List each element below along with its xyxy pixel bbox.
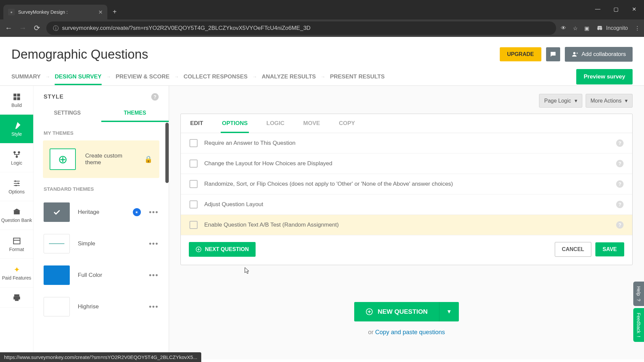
print-icon	[12, 293, 21, 302]
cancel-button[interactable]: CANCEL	[555, 242, 591, 257]
browser-menu-icon[interactable]: ⋮	[635, 25, 640, 32]
theme-full-color[interactable]: Full Color •••	[34, 259, 169, 291]
save-button[interactable]: SAVE	[595, 242, 624, 256]
rail-paid-features[interactable]: ✦ Paid Features	[0, 259, 33, 288]
tab-close-icon[interactable]: ✕	[98, 9, 103, 15]
more-icon[interactable]: •••	[149, 302, 159, 311]
bookmark-icon[interactable]: ☆	[573, 25, 578, 32]
panel-icon[interactable]: ▣	[584, 25, 589, 32]
more-icon[interactable]: •••	[149, 271, 159, 280]
browser-tab[interactable]: ● SurveyMonkey Design : ✕	[3, 5, 107, 19]
rail-print[interactable]	[0, 288, 33, 308]
create-custom-theme[interactable]: ⊕ Create custom theme 🔒	[43, 140, 159, 178]
more-icon[interactable]: •••	[149, 208, 159, 217]
theme-heritage[interactable]: Heritage ✴ •••	[34, 196, 169, 228]
rail-logic[interactable]: Logic	[0, 143, 33, 172]
nav-analyze-results[interactable]: ANALYZE RESULTS	[262, 68, 316, 85]
new-tab-button[interactable]: +	[113, 8, 117, 16]
svg-point-11	[17, 182, 19, 184]
tab-copy[interactable]: COPY	[337, 114, 356, 133]
visibility-icon[interactable]: 👁	[561, 25, 566, 31]
nav-present-results[interactable]: PRESENT RESULTS	[330, 68, 385, 85]
nav-collect-responses[interactable]: COLLECT RESPONSES	[183, 68, 248, 85]
rail-style[interactable]: Style	[0, 115, 33, 143]
tab-settings[interactable]: SETTINGS	[34, 105, 101, 122]
tab-themes[interactable]: THEMES	[101, 105, 169, 122]
option-change-layout[interactable]: Change the Layout for How Choices are Di…	[181, 154, 632, 174]
comments-button[interactable]	[546, 47, 560, 61]
accessibility-icon[interactable]: ✴	[133, 208, 141, 216]
option-require-answer[interactable]: Require an Answer to This Question ?	[181, 133, 632, 154]
help-icon[interactable]: ?	[616, 201, 624, 208]
option-adjust-layout[interactable]: Adjust Question Layout ?	[181, 194, 632, 215]
help-icon[interactable]: ?	[151, 93, 159, 101]
incognito-badge[interactable]: Incognito	[596, 24, 628, 32]
tab-move[interactable]: MOVE	[302, 114, 321, 133]
tab-options[interactable]: OPTIONS	[221, 114, 249, 133]
more-icon[interactable]: •••	[149, 239, 159, 248]
nav-summary[interactable]: SUMMARY	[11, 68, 41, 85]
feedback-tab[interactable]: Feedback !	[633, 308, 644, 342]
help-icon[interactable]: ?	[616, 221, 624, 229]
svg-rect-15	[14, 294, 19, 297]
nav-preview-score[interactable]: PREVIEW & SCORE	[116, 68, 170, 85]
survey-title[interactable]: Demographic Questions	[11, 47, 148, 62]
chevron-right-icon: →	[252, 74, 257, 79]
rail-question-bank[interactable]: Question Bank	[0, 201, 33, 230]
theme-swatch	[44, 265, 70, 285]
checkbox[interactable]	[190, 200, 198, 208]
upgrade-button[interactable]: UPGRADE	[500, 47, 541, 61]
option-ab-test[interactable]: Enable Question Text A/B Test (Random As…	[181, 215, 632, 235]
svg-point-0	[597, 27, 600, 30]
option-randomize[interactable]: Randomize, Sort, or Flip Choices (does n…	[181, 174, 632, 194]
close-icon[interactable]: ✕	[631, 6, 637, 12]
minimize-icon[interactable]: —	[594, 6, 601, 12]
theme-highrise[interactable]: Highrise •••	[34, 291, 169, 322]
maximize-icon[interactable]: ▢	[612, 6, 619, 12]
nav-design-survey[interactable]: DESIGN SURVEY	[55, 68, 102, 85]
scrollbar-thumb[interactable]	[165, 123, 169, 183]
help-icon[interactable]: ?	[616, 180, 624, 188]
theme-swatch	[44, 297, 70, 316]
copy-paste-link[interactable]: Copy and paste questions	[375, 329, 445, 336]
checkbox[interactable]	[190, 160, 198, 168]
tab-edit[interactable]: EDIT	[189, 114, 205, 133]
checkbox[interactable]	[190, 139, 198, 147]
help-icon[interactable]: ?	[616, 139, 624, 147]
panel-title: STYLE	[44, 94, 64, 100]
back-icon[interactable]: ←	[4, 24, 13, 33]
reload-icon[interactable]: ⟳	[32, 24, 42, 33]
window-controls: — ▢ ✕	[594, 6, 637, 12]
browser-tab-strip: ● SurveyMonkey Design : ✕ + — ▢ ✕	[0, 0, 644, 19]
question-circle-icon: ?	[636, 299, 641, 301]
tab-logic[interactable]: LOGIC	[265, 114, 286, 133]
svg-rect-3	[13, 94, 16, 97]
forward-icon: →	[18, 24, 28, 33]
more-actions-dropdown[interactable]: More Actions ▾	[586, 94, 633, 108]
svg-point-2	[573, 52, 576, 54]
copy-paste-text: or Copy and paste questions	[180, 329, 633, 336]
rail-options[interactable]: Options	[0, 172, 33, 201]
help-tab[interactable]: Help ?	[633, 282, 644, 306]
new-question-dropdown[interactable]: ▼	[439, 302, 459, 321]
incognito-icon	[596, 24, 603, 32]
svg-rect-5	[13, 97, 16, 100]
rail-build[interactable]: Build	[0, 86, 33, 115]
rail-format[interactable]: Format	[0, 230, 33, 259]
site-info-icon[interactable]: ⓘ	[53, 24, 59, 32]
help-icon[interactable]: ?	[616, 160, 624, 167]
preview-survey-button[interactable]: Preview survey	[576, 69, 633, 84]
new-question-button[interactable]: NEW QUESTION ▼	[354, 302, 459, 321]
checkbox[interactable]	[190, 180, 198, 188]
chevron-right-icon: →	[321, 74, 325, 79]
branch-icon	[12, 150, 21, 159]
page-logic-dropdown[interactable]: Page Logic ▾	[539, 94, 582, 108]
add-collaborators-button[interactable]: Add collaborators	[565, 47, 633, 62]
next-question-button[interactable]: NEXT QUESTION	[189, 242, 256, 257]
checkbox[interactable]	[190, 221, 198, 229]
address-bar[interactable]: ⓘ surveymonkey.com/create/?sm=rsYO2R2V0E…	[46, 21, 556, 35]
standard-themes-label: STANDARD THEMES	[34, 178, 169, 196]
caret-down-icon: ▾	[575, 98, 577, 104]
theme-simple[interactable]: Simple •••	[34, 228, 169, 259]
tab-favicon: ●	[8, 9, 15, 15]
